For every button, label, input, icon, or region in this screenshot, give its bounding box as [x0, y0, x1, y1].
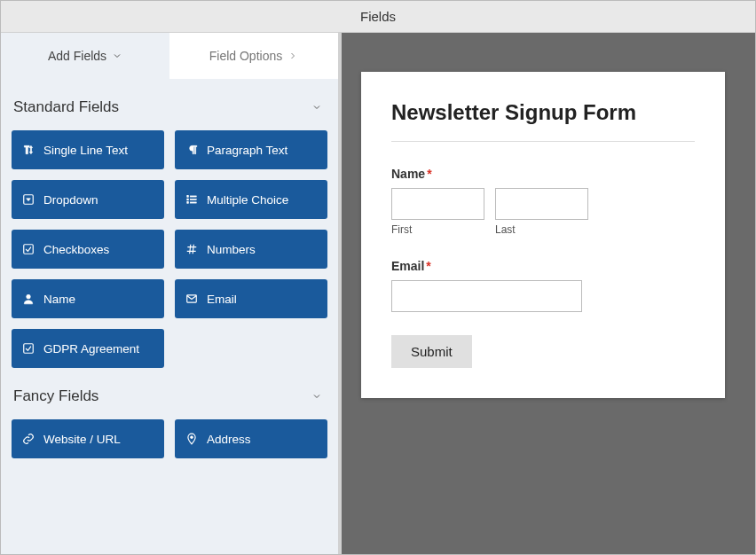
last-name-input[interactable] [495, 188, 588, 220]
tab-field-options[interactable]: Field Options [169, 33, 338, 79]
form-card: Newsletter Signup Form Name* First Last [361, 72, 725, 398]
svg-rect-8 [24, 245, 34, 254]
svg-point-12 [191, 436, 193, 439]
field-gdpr-agreement[interactable]: GDPR Agreement [12, 329, 164, 368]
field-label: Single Line Text [43, 144, 128, 157]
paragraph-icon [185, 144, 198, 156]
svg-rect-5 [187, 196, 189, 198]
envelope-icon [185, 293, 198, 305]
check-square-icon [22, 243, 35, 255]
submit-button[interactable]: Submit [391, 335, 472, 368]
svg-rect-6 [187, 199, 189, 200]
fields-sidebar: Add Fields Field Options Standard Fields… [1, 33, 342, 554]
chevron-down-icon [311, 391, 322, 402]
name-label: Name* [391, 167, 695, 181]
field-label: Address [207, 433, 251, 446]
field-email[interactable]: Email [175, 279, 327, 318]
field-label: Numbers [207, 243, 256, 256]
hash-icon [185, 243, 198, 255]
window-title: Fields [360, 9, 396, 24]
text-height-icon [22, 144, 35, 156]
caret-square-icon [22, 193, 35, 206]
first-sublabel: First [391, 223, 484, 236]
link-icon [22, 433, 35, 445]
field-label: GDPR Agreement [43, 342, 139, 356]
svg-marker-1 [27, 199, 31, 201]
field-label: Multiple Choice [207, 193, 288, 207]
field-address[interactable]: Address [175, 419, 327, 458]
svg-rect-3 [190, 199, 196, 199]
main-layout: Add Fields Field Options Standard Fields… [1, 33, 755, 554]
group-title: Standard Fields [13, 98, 119, 116]
field-multiple-choice[interactable]: Multiple Choice [175, 180, 327, 219]
name-row: First Last [391, 188, 695, 236]
svg-rect-2 [190, 196, 196, 197]
form-field-email: Email* [391, 259, 695, 312]
field-label: Email [207, 293, 237, 306]
window-titlebar: Fields [1, 1, 755, 33]
field-label: Paragraph Text [207, 144, 287, 157]
required-asterisk: * [426, 259, 430, 273]
sidebar-tabs: Add Fields Field Options [1, 33, 338, 79]
form-preview-area: Newsletter Signup Form Name* First Last [342, 33, 755, 554]
field-paragraph-text[interactable]: Paragraph Text [175, 130, 327, 169]
field-website-url[interactable]: Website / URL [12, 419, 164, 458]
map-pin-icon [185, 433, 198, 445]
email-input[interactable] [391, 280, 582, 312]
check-square-icon [22, 342, 35, 355]
user-icon [22, 293, 35, 305]
field-label: Name [43, 293, 75, 306]
chevron-right-icon [287, 51, 298, 61]
tab-label: Field Options [209, 49, 282, 63]
field-checkboxes[interactable]: Checkboxes [12, 230, 164, 269]
required-asterisk: * [427, 167, 431, 181]
tab-label: Add Fields [48, 49, 106, 63]
form-title: Newsletter Signup Form [391, 100, 695, 142]
form-field-name: Name* First Last [391, 167, 695, 236]
svg-rect-11 [24, 344, 34, 354]
svg-rect-4 [190, 202, 196, 203]
list-ul-icon [185, 193, 198, 206]
field-label: Website / URL [43, 433, 121, 446]
tab-add-fields[interactable]: Add Fields [1, 33, 169, 79]
svg-rect-7 [187, 202, 189, 204]
submit-label: Submit [411, 344, 453, 359]
fancy-fields-grid: Website / URL Address [12, 414, 327, 458]
email-label: Email* [391, 259, 695, 273]
chevron-down-icon [311, 102, 322, 113]
last-sublabel: Last [495, 223, 588, 236]
first-name-input[interactable] [391, 188, 484, 220]
field-dropdown[interactable]: Dropdown [12, 180, 164, 219]
fields-panel-body: Standard Fields Single Line Text Paragra… [1, 79, 338, 554]
field-label: Checkboxes [43, 243, 109, 256]
field-single-line-text[interactable]: Single Line Text [12, 130, 164, 169]
svg-point-9 [27, 294, 31, 299]
standard-fields-grid: Single Line Text Paragraph Text Dropdown… [12, 125, 327, 368]
group-fancy-header[interactable]: Fancy Fields [12, 368, 327, 414]
field-label: Dropdown [43, 193, 98, 207]
group-standard-header[interactable]: Standard Fields [12, 79, 327, 125]
group-title: Fancy Fields [13, 387, 98, 405]
field-name[interactable]: Name [12, 279, 164, 318]
chevron-down-icon [112, 51, 122, 61]
field-numbers[interactable]: Numbers [175, 230, 327, 269]
